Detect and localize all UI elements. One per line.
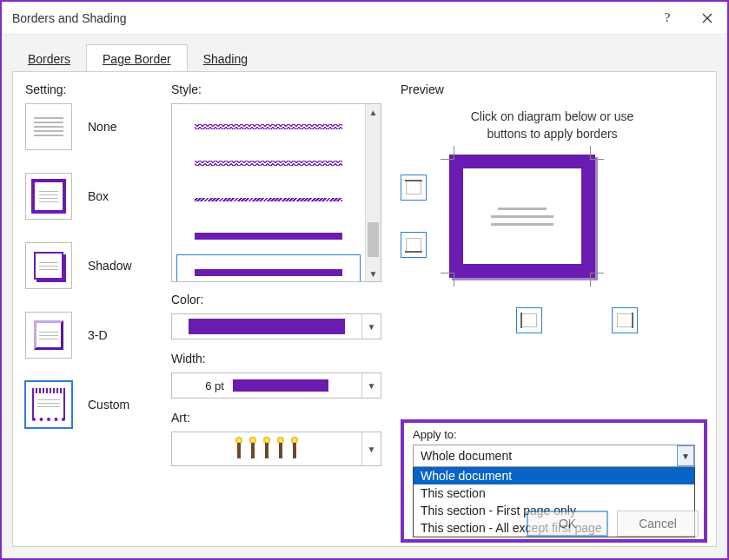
border-left-button[interactable]	[516, 307, 542, 333]
chevron-down-icon: ▼	[361, 314, 381, 339]
apply-to-label: Apply to:	[413, 428, 457, 441]
page-preview[interactable]	[449, 155, 595, 278]
crop-mark	[441, 146, 454, 160]
setting-custom[interactable]: Custom	[25, 381, 164, 428]
setting-shadow[interactable]: Shadow	[25, 242, 164, 289]
art-icon	[262, 438, 272, 459]
chevron-down-icon: ▼	[361, 373, 381, 398]
window-title: Borders and Shading	[12, 11, 647, 25]
setting-label: Setting:	[25, 82, 164, 96]
scroll-down-icon[interactable]: ▼	[366, 266, 381, 281]
art-icon	[248, 438, 258, 459]
preview-label: Preview	[401, 82, 444, 96]
crop-mark	[590, 273, 604, 287]
art-icon	[275, 438, 286, 459]
tab-shading[interactable]: Shading	[188, 45, 263, 71]
width-label: Width:	[171, 352, 381, 366]
style-wavy-1[interactable]	[177, 109, 360, 144]
close-button[interactable]	[687, 2, 727, 35]
border-right-button[interactable]	[612, 307, 638, 333]
style-list[interactable]: ▲ ▼	[171, 103, 381, 282]
help-button[interactable]: ?	[647, 2, 687, 35]
chevron-down-icon: ▼	[361, 432, 381, 465]
style-wavy-2[interactable]	[177, 146, 360, 181]
color-swatch	[189, 319, 345, 334]
border-top-button[interactable]	[401, 175, 427, 201]
art-icon	[234, 438, 244, 459]
setting-box[interactable]: Box	[25, 173, 164, 220]
width-swatch	[233, 379, 328, 392]
tab-page-border[interactable]: Page Border	[86, 44, 188, 71]
tab-borders[interactable]: Borders	[12, 45, 86, 71]
style-solid-wide[interactable]	[177, 219, 360, 254]
scroll-thumb[interactable]	[368, 222, 379, 257]
titlebar: Borders and Shading ?	[2, 2, 727, 35]
style-label: Style:	[171, 82, 381, 96]
style-solid-wide-2[interactable]	[177, 255, 360, 281]
style-diagonal[interactable]	[177, 182, 360, 217]
dialog-body: Setting: None Box Shadow	[12, 71, 717, 547]
crop-mark	[590, 146, 604, 160]
apply-to-selected: Whole document	[414, 449, 677, 463]
dialog-footer: OK Cancel	[527, 511, 699, 537]
crop-mark	[441, 273, 454, 287]
cancel-button[interactable]: Cancel	[617, 511, 699, 537]
art-combo[interactable]: ▼	[171, 432, 381, 466]
art-icon	[289, 438, 300, 459]
tabstrip: Borders Page Border Shading	[2, 35, 727, 71]
art-label: Art:	[171, 411, 381, 425]
style-scrollbar[interactable]: ▲ ▼	[365, 104, 381, 281]
border-bottom-button[interactable]	[401, 232, 427, 258]
setting-3d[interactable]: 3-D	[25, 312, 164, 359]
scroll-up-icon[interactable]: ▲	[366, 104, 381, 120]
width-value: 6 pt	[205, 379, 224, 392]
ok-button[interactable]: OK	[527, 511, 608, 537]
width-combo[interactable]: 6 pt ▼	[171, 372, 381, 399]
preview-hint: Click on diagram below or usebuttons to …	[401, 109, 704, 142]
color-label: Color:	[171, 293, 381, 306]
color-combo[interactable]: ▼	[171, 313, 381, 339]
apply-to-option[interactable]: Whole document	[414, 467, 694, 484]
apply-to-option[interactable]: This section	[414, 484, 694, 502]
borders-shading-dialog: Borders and Shading ? Borders Page Borde…	[0, 0, 729, 560]
setting-none[interactable]: None	[25, 103, 164, 150]
apply-to-combo[interactable]: Whole document ▼	[413, 445, 695, 467]
chevron-down-icon: ▼	[677, 445, 694, 466]
